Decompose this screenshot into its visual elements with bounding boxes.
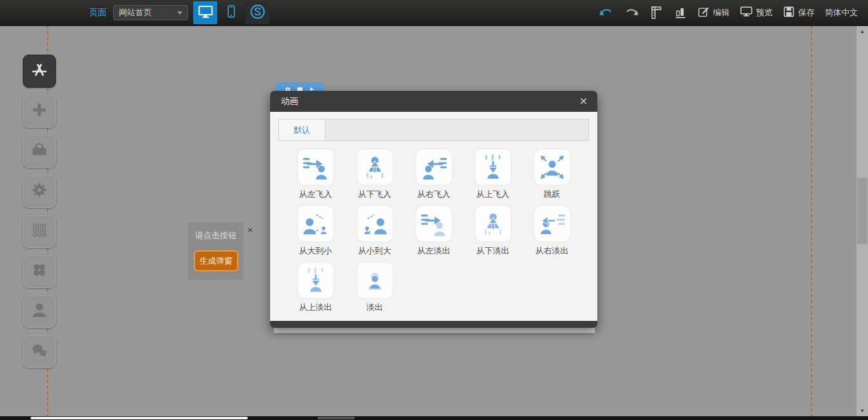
link-view-button[interactable] [245,1,269,24]
vertical-scroll-thumb[interactable] [857,178,867,244]
sidebar-item-modules[interactable] [23,215,56,248]
fade-out-bottom-icon [475,206,511,241]
sidebar-item-widgets[interactable] [23,255,56,288]
dialog-body: 默认 从左飞入从下飞入从右飞入从上飞入跳跃从大到小从小到大从左淡出从下淡出从右淡… [270,112,597,321]
animation-grid: 从左飞入从下飞入从右飞入从上飞入跳跃从大到小从小到大从左淡出从下淡出从右淡出从上… [278,149,589,313]
save-button[interactable]: 保存 [783,6,815,20]
page-label: 页面 [89,7,107,18]
fly-in-top-icon [475,149,511,185]
grid-icon [30,220,49,242]
trigger-close-icon[interactable]: × [247,224,253,235]
appstore-icon [30,60,49,82]
tab-default[interactable]: 默认 [279,119,325,140]
mobile-icon [224,4,238,21]
gear-icon [30,180,49,202]
floppy-icon [783,6,795,20]
sidebar-item-settings[interactable] [23,175,56,208]
sidebar-item-toolbox[interactable] [23,135,56,168]
wechat-icon [30,341,49,362]
animation-label: 从下飞入 [358,189,391,200]
small-to-big-icon [357,206,393,241]
animation-label: 从上淡出 [299,302,332,313]
desktop-icon [198,4,214,22]
animation-option[interactable]: 从右飞入 [404,149,463,200]
fly-in-bottom-icon [357,149,393,185]
animation-option[interactable]: 从上飞入 [463,149,522,200]
animation-option[interactable]: 从下淡出 [463,206,522,257]
big-to-small-icon [298,206,334,241]
animation-option[interactable]: 从小到大 [345,206,404,257]
animation-label: 从右飞入 [417,189,451,200]
top-toolbar: 页面 网站首页 编辑 预览 [0,0,868,26]
sidebar-item-wechat[interactable] [23,335,56,368]
popup-trigger-box[interactable]: 请点击按钮 生成弹窗 × [188,222,243,280]
animation-option[interactable]: 从左飞入 [286,149,345,200]
dialog-header[interactable]: 动画 ✕ [270,91,597,112]
animation-label: 从右淡出 [536,245,569,257]
fade-out-left-icon [416,206,452,241]
trigger-text: 请点击按钮 [188,230,243,241]
dialog-title: 动画 [281,96,299,107]
scroll-down-icon[interactable]: ▼ [857,408,868,414]
animation-option[interactable]: 淡出 [345,262,404,313]
edit-button[interactable]: 编辑 [698,6,729,20]
animation-label: 跳跃 [544,189,560,200]
user-icon [30,301,49,322]
page-select-value: 网站首页 [119,7,152,18]
animation-label: 从下淡出 [477,245,510,257]
view-mode-group [193,0,271,25]
animation-option[interactable]: 从大到小 [286,206,345,257]
redo-button[interactable] [624,5,639,20]
dialog-footer [270,321,597,328]
editor-stage: 页面 网站首页 编辑 预览 [0,0,868,420]
scroll-up-icon[interactable]: ▲ [857,29,868,34]
jump-icon [534,149,570,185]
animation-option[interactable]: 从左淡出 [404,206,463,257]
plus-icon [30,100,49,122]
monitor-icon [740,5,753,20]
animation-option[interactable]: 跳跃 [522,149,581,200]
generate-popup-button[interactable]: 生成弹窗 [194,250,238,271]
animation-label: 从大到小 [299,245,332,257]
stats-button[interactable] [674,6,688,20]
ruler-button[interactable] [649,6,663,20]
sidebar-item-user[interactable] [23,295,56,328]
fly-in-right-icon [416,149,452,185]
language-button[interactable]: 简体中文 [825,7,858,18]
undo-button[interactable] [599,5,614,20]
page-select[interactable]: 网站首页 [113,5,188,20]
link-icon [249,3,266,23]
page-guide-right [811,25,812,416]
animation-label: 从上飞入 [477,189,510,200]
animation-option[interactable]: 从右淡出 [522,206,581,257]
animation-label: 从左淡出 [417,245,451,257]
mobile-view-button[interactable] [219,1,243,24]
toolbar-actions: 编辑 预览 保存 简体中文 [599,5,868,20]
animation-option[interactable]: 从下飞入 [345,149,404,200]
horizontal-scrollbar[interactable] [0,416,868,420]
fade-out-top-icon [298,262,334,298]
vertical-scrollbar[interactable]: ▲ ▼ [857,25,868,416]
clover-icon [30,261,49,282]
animation-label: 淡出 [367,302,383,313]
animation-label: 从左飞入 [299,189,332,200]
animation-option[interactable]: 从上淡出 [286,262,345,313]
sidebar-item-components[interactable] [23,55,56,88]
dialog-tabstrip: 默认 [278,119,589,141]
toolbox-icon [30,140,49,162]
fade-out-right-icon [534,206,570,241]
dialog-close-icon[interactable]: ✕ [580,97,588,107]
fly-in-left-icon [298,149,334,185]
sidebar-item-add[interactable] [23,95,56,128]
fade-out-icon [357,262,393,298]
horizontal-scroll-thumb[interactable] [31,417,248,419]
desktop-view-button[interactable] [193,1,217,24]
preview-button[interactable]: 预览 [740,5,773,20]
chevron-down-icon [177,11,182,15]
animation-dialog: 动画 ✕ 默认 从左飞入从下飞入从右飞入从上飞入跳跃从大到小从小到大从左淡出从下… [270,91,597,328]
edit-icon [698,6,710,20]
left-sidebar [23,55,56,368]
horizontal-scroll-segment [318,417,355,419]
animation-label: 从小到大 [358,245,391,257]
